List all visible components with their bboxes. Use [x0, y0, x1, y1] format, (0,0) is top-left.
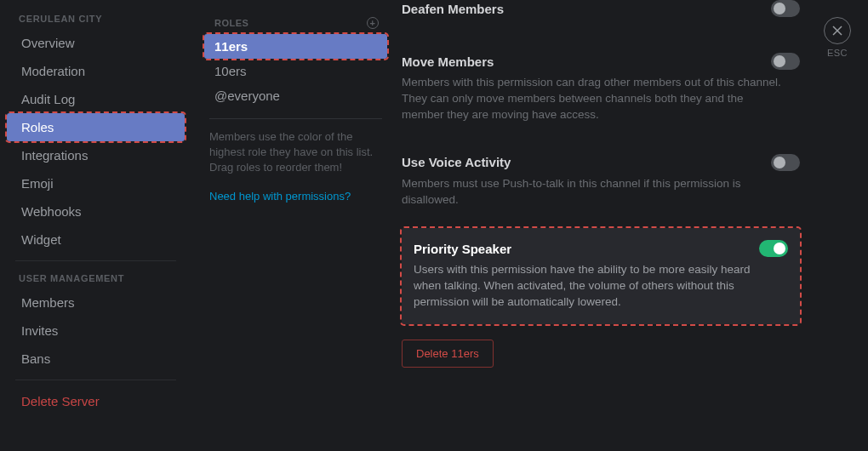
- permission-use-voice-activity: Use Voice Activity Members must use Push…: [402, 154, 800, 224]
- sidebar-item-integrations[interactable]: Integrations: [0, 141, 191, 169]
- delete-role-button[interactable]: Delete 11ers: [402, 340, 494, 368]
- sidebar-item-members[interactable]: Members: [0, 288, 191, 317]
- toggle-priority-speaker[interactable]: [759, 240, 788, 257]
- sidebar-item-emoji[interactable]: Emoji: [0, 169, 191, 197]
- divider: [15, 260, 176, 261]
- add-role-button[interactable]: +: [367, 17, 379, 29]
- role-item-11ers[interactable]: 11ers: [204, 34, 387, 59]
- sidebar-item-roles[interactable]: Roles: [7, 113, 185, 141]
- permission-title: Deafen Members: [402, 2, 504, 16]
- permission-move-members: Move Members Members with this permissio…: [402, 53, 800, 139]
- permission-description: Users with this permission have the abil…: [414, 262, 788, 311]
- roles-column: ROLES + 11ers 10ers @everyone Members us…: [204, 0, 387, 451]
- roles-header: ROLES +: [204, 0, 387, 34]
- role-item-10ers[interactable]: 10ers: [204, 59, 387, 83]
- x-icon: [831, 25, 843, 37]
- esc-label: ESC: [824, 48, 851, 58]
- server-name-heading: CERULEAN CITY: [0, 9, 191, 29]
- roles-heading-label: ROLES: [214, 18, 248, 28]
- permission-priority-speaker: Priority Speaker Users with this permiss…: [402, 228, 800, 324]
- close-settings[interactable]: ESC: [824, 17, 851, 58]
- permission-title: Priority Speaker: [414, 242, 511, 256]
- sidebar-item-delete-server[interactable]: Delete Server: [0, 387, 191, 415]
- divider: [209, 118, 382, 119]
- roles-hint-text: Members use the color of the highest rol…: [204, 129, 387, 176]
- sidebar-item-bans[interactable]: Bans: [0, 345, 191, 373]
- close-icon: [824, 17, 851, 44]
- permission-description: Members must use Push-to-talk in this ch…: [402, 176, 800, 208]
- permissions-help-link[interactable]: Need help with permissions?: [204, 176, 387, 203]
- permission-description: Members with this permission can drag ot…: [402, 75, 800, 123]
- permission-deafen-members: Deafen Members: [402, 0, 800, 32]
- toggle-deafen-members[interactable]: [771, 0, 800, 17]
- sidebar-item-audit-log[interactable]: Audit Log: [0, 85, 191, 113]
- plus-icon: +: [370, 18, 376, 28]
- role-item-everyone[interactable]: @everyone: [204, 83, 387, 108]
- toggle-move-members[interactable]: [771, 53, 800, 70]
- sidebar-item-overview[interactable]: Overview: [0, 29, 191, 57]
- user-management-heading: USER MANAGEMENT: [0, 268, 191, 288]
- sidebar-item-webhooks[interactable]: Webhooks: [0, 197, 191, 226]
- sidebar-item-widget[interactable]: Widget: [0, 226, 191, 254]
- permission-title: Use Voice Activity: [402, 155, 511, 169]
- settings-sidebar: CERULEAN CITY Overview Moderation Audit …: [0, 0, 191, 451]
- permission-title: Move Members: [402, 54, 494, 69]
- sidebar-item-moderation[interactable]: Moderation: [0, 57, 191, 85]
- permissions-column: Deafen Members Move Members Members with…: [402, 0, 800, 451]
- toggle-use-voice-activity[interactable]: [771, 154, 800, 171]
- sidebar-item-invites[interactable]: Invites: [0, 317, 191, 345]
- divider: [15, 380, 176, 380]
